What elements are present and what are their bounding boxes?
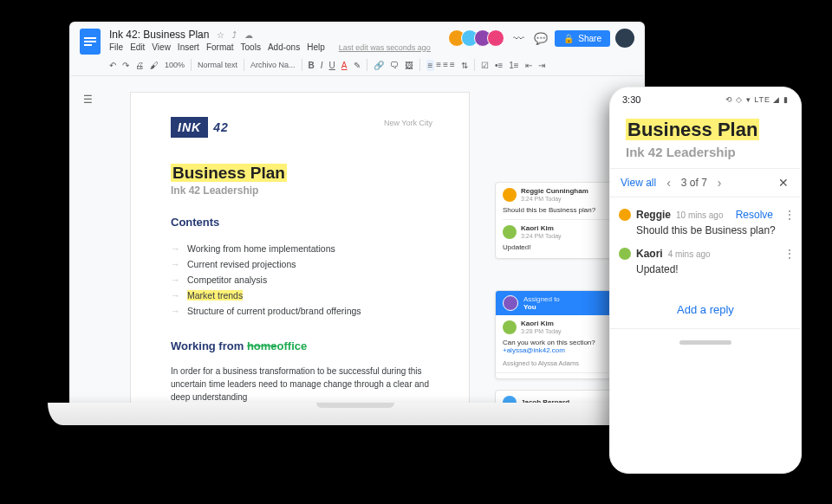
comment-counter: 3 of 7 bbox=[681, 177, 707, 189]
more-menu-icon[interactable]: ⋮ bbox=[783, 247, 796, 261]
assigned-to-label: Assigned to bbox=[523, 295, 560, 303]
print-icon[interactable]: 🖨 bbox=[135, 61, 144, 70]
section-pre: Working from bbox=[171, 339, 247, 352]
activity-icon[interactable]: 〰 bbox=[510, 29, 527, 47]
editor-canvas[interactable]: ☰ INK 42 New York City Business Plan Ink… bbox=[71, 88, 643, 404]
align-left-icon[interactable]: ≡ bbox=[426, 60, 435, 71]
phone-comments-bar: View all ‹ 3 of 7 › ✕ bbox=[610, 168, 801, 197]
paint-format-icon[interactable]: 🖌 bbox=[150, 61, 159, 70]
share-button[interactable]: 🔒 Share bbox=[555, 30, 610, 47]
menu-help[interactable]: Help bbox=[307, 42, 325, 52]
bulleted-list-icon[interactable]: •≡ bbox=[495, 61, 503, 70]
line-spacing-icon[interactable]: ⇅ bbox=[461, 61, 468, 70]
text-color-icon[interactable]: A bbox=[341, 61, 348, 70]
underline-icon[interactable]: U bbox=[329, 61, 335, 70]
google-docs-app: Ink 42: Business Plan ☆ ⤴ ☁ File Edit Vi… bbox=[71, 23, 643, 404]
assignee-self: You bbox=[523, 303, 560, 311]
title-column: Ink 42: Business Plan ☆ ⤴ ☁ File Edit Vi… bbox=[109, 29, 431, 52]
doc-title[interactable]: Ink 42: Business Plan bbox=[109, 29, 209, 41]
zoom-select[interactable]: 100% bbox=[165, 61, 185, 69]
menu-view[interactable]: View bbox=[152, 42, 171, 52]
highlight-icon[interactable]: ✎ bbox=[354, 61, 361, 70]
numbered-list-icon[interactable]: 1≡ bbox=[509, 61, 518, 70]
resolve-button[interactable]: Resolve bbox=[736, 209, 773, 221]
avatar-icon bbox=[619, 209, 631, 221]
star-icon[interactable]: ☆ bbox=[217, 30, 224, 40]
align-center-icon[interactable]: ≡ bbox=[436, 60, 441, 71]
checklist-icon[interactable]: ☑ bbox=[481, 61, 489, 70]
toc-item: Current revised projections bbox=[171, 256, 432, 272]
phone-comment[interactable]: Reggie 10 mins ago Resolve ⋮ Should this… bbox=[619, 203, 796, 242]
laptop-base bbox=[48, 403, 663, 425]
align-justify-icon[interactable]: ≡ bbox=[450, 60, 455, 71]
phone-comment[interactable]: Kaori 4 mins ago ⋮ Updated! bbox=[619, 242, 796, 281]
insert-image-icon[interactable]: 🖼 bbox=[405, 61, 413, 70]
next-comment-icon[interactable]: › bbox=[714, 176, 725, 190]
laptop-screen: Ink 42: Business Plan ☆ ⤴ ☁ File Edit Vi… bbox=[69, 22, 645, 406]
italic-icon[interactable]: I bbox=[321, 61, 323, 70]
last-edit-link[interactable]: Last edit was seconds ago bbox=[339, 43, 431, 52]
move-folder-icon[interactable]: ⤴ bbox=[232, 30, 237, 40]
docs-logo-icon[interactable] bbox=[80, 29, 101, 55]
bold-icon[interactable]: B bbox=[309, 61, 315, 70]
toc-item: Working from home implementations bbox=[171, 241, 432, 256]
comment-time: 3:24 PM Today bbox=[521, 233, 562, 239]
doc-heading-title: Business Plan bbox=[171, 164, 432, 183]
insert-link-icon[interactable]: 🔗 bbox=[374, 61, 384, 70]
comment-time: 3:28 PM Today bbox=[521, 328, 562, 334]
menu-bar: File Edit View Insert Format Tools Add-o… bbox=[109, 42, 431, 52]
avatar-icon bbox=[503, 320, 517, 334]
style-select[interactable]: Normal text bbox=[198, 61, 237, 69]
prev-comment-icon[interactable]: ‹ bbox=[663, 176, 674, 190]
comment-time: 4 mins ago bbox=[668, 249, 711, 259]
menu-format[interactable]: Format bbox=[206, 42, 234, 52]
redo-icon[interactable]: ↷ bbox=[122, 61, 129, 70]
phone-statusbar: 3:30 ⟲ ◇ ▾ LTE ◢ ▮ bbox=[610, 87, 801, 107]
view-all-link[interactable]: View all bbox=[621, 177, 656, 189]
align-right-icon[interactable]: ≡ bbox=[443, 60, 448, 71]
close-icon[interactable]: ✕ bbox=[771, 176, 796, 190]
home-handle[interactable] bbox=[679, 340, 731, 345]
add-comment-icon[interactable]: 🗨 bbox=[390, 61, 399, 70]
toolbar-separator bbox=[367, 59, 367, 71]
body-paragraph: In order for a business transformation t… bbox=[171, 365, 432, 404]
avatar-icon bbox=[619, 248, 631, 260]
more-menu-icon[interactable]: ⋮ bbox=[783, 208, 796, 222]
add-reply-button[interactable]: Add a reply bbox=[610, 281, 801, 328]
phone-navbar bbox=[610, 328, 801, 355]
titlebar-right: 〰 💬 🔒 Share bbox=[452, 29, 634, 48]
lock-icon: 🔒 bbox=[563, 34, 574, 43]
comment-author: Kaori Kim bbox=[521, 320, 562, 327]
cloud-saved-icon[interactable]: ☁ bbox=[244, 30, 253, 40]
account-avatar[interactable] bbox=[615, 29, 634, 48]
presence-avatar[interactable] bbox=[487, 29, 504, 47]
undo-icon[interactable]: ↶ bbox=[109, 61, 116, 70]
phone-clock: 3:30 bbox=[622, 94, 640, 105]
toolbar-separator bbox=[419, 59, 420, 71]
menu-addons[interactable]: Add-ons bbox=[268, 42, 300, 52]
comment-history-icon[interactable]: 💬 bbox=[532, 29, 549, 47]
document-page[interactable]: INK 42 New York City Business Plan Ink 4… bbox=[130, 92, 470, 404]
indent-decrease-icon[interactable]: ⇤ bbox=[525, 61, 532, 70]
comment-text: Updated! bbox=[636, 263, 796, 275]
phone-doc-subtitle: Ink 42 Leadership bbox=[626, 145, 785, 159]
menu-tools[interactable]: Tools bbox=[241, 42, 261, 52]
menu-insert[interactable]: Insert bbox=[178, 42, 199, 52]
phone-status-icons: ⟲ ◇ ▾ LTE ◢ ▮ bbox=[725, 95, 789, 104]
doc-subtitle: Ink 42 Leadership bbox=[171, 184, 432, 197]
menu-file[interactable]: File bbox=[109, 42, 123, 52]
presence-avatars[interactable] bbox=[452, 29, 504, 47]
share-label: Share bbox=[578, 34, 601, 43]
font-select[interactable]: Archivo Na... bbox=[250, 61, 296, 69]
toc-item: Structure of current product/brand offer… bbox=[171, 303, 432, 319]
phone-doc-area[interactable]: Business Plan Ink 42 Leadership bbox=[610, 107, 801, 168]
phone-device: 3:30 ⟲ ◇ ▾ LTE ◢ ▮ Business Plan Ink 42 … bbox=[609, 87, 802, 474]
comment-time: 3:24 PM Today bbox=[521, 196, 588, 202]
titlebar: Ink 42: Business Plan ☆ ⤴ ☁ File Edit Vi… bbox=[71, 23, 643, 56]
comment-author: Reggie Cunningham bbox=[521, 188, 588, 195]
highlighted-title: Business Plan bbox=[171, 164, 287, 182]
indent-increase-icon[interactable]: ⇥ bbox=[538, 61, 545, 70]
outline-toggle-icon[interactable]: ☰ bbox=[83, 94, 93, 106]
comment-author: Reggie bbox=[636, 209, 671, 221]
menu-edit[interactable]: Edit bbox=[130, 42, 145, 52]
